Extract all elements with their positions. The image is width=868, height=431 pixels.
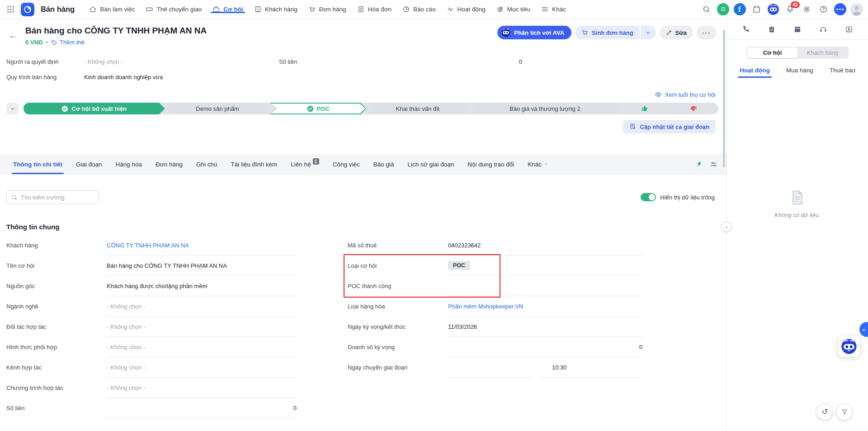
field-value[interactable]: Bán hàng cho CÔNG TY TNHH PHẠM AN NA <box>107 256 297 276</box>
customize-sliders-icon[interactable] <box>710 161 717 168</box>
facebook-icon[interactable]: f <box>733 3 746 16</box>
settings-gear-icon[interactable] <box>800 3 813 16</box>
contact-card-icon[interactable] <box>842 23 856 36</box>
show-empty-toggle[interactable] <box>641 193 656 201</box>
pin-icon[interactable] <box>695 161 703 168</box>
notifications-bell-icon[interactable]: 41 <box>783 3 797 16</box>
field-value[interactable]: - Không chọn - <box>107 357 297 378</box>
pipeline-collapse-button[interactable] <box>6 103 18 114</box>
sidebar-tab-hoat-dong[interactable]: Hoạt động <box>738 67 772 78</box>
field-value[interactable]: POC <box>448 256 642 276</box>
tab-tai-lieu-dinh-kem[interactable]: Tài liệu đính kèm <box>224 154 284 174</box>
tab-giai-doan[interactable]: Giai đoạn <box>69 154 109 174</box>
field-value[interactable] <box>448 276 642 296</box>
field-value[interactable]: Khách hàng được cho/tặng phần mềm <box>107 276 297 296</box>
field-search-input[interactable] <box>21 194 100 201</box>
date-input[interactable] <box>448 357 532 378</box>
update-row: Cập nhật tất cả giai đoạn <box>0 114 726 133</box>
sidebar-tab-mua-hang[interactable]: Mua hàng <box>784 67 815 78</box>
tab-ghi-chu[interactable]: Ghi chú <box>189 154 224 174</box>
app-logo-icon[interactable] <box>21 3 34 16</box>
tab-lich-su-giai-doan[interactable]: Lịch sử giai đoạn <box>401 154 461 174</box>
tab-cong-viec[interactable]: Công việc <box>326 154 367 174</box>
headset-icon[interactable] <box>816 23 830 36</box>
sidebar-segment-khach-hang[interactable]: Khách hàng <box>797 47 848 58</box>
pipeline-stage-poc[interactable]: POC <box>270 103 366 114</box>
field-value[interactable]: 0 <box>448 337 642 357</box>
field-value[interactable]: - Không chọn - <box>107 317 297 337</box>
search-icon[interactable] <box>699 3 713 16</box>
user-avatar[interactable] <box>850 3 863 16</box>
field-value[interactable]: - Không chọn - <box>107 378 297 398</box>
pipeline-stage-bao-gia-va-thuong-luong-2[interactable]: Báo giá và thương lượng 2 <box>469 103 621 114</box>
handbook-icon[interactable] <box>716 3 730 16</box>
time-input[interactable]: 10:30 <box>541 357 642 378</box>
nav-item-khac[interactable]: Khác <box>536 5 571 13</box>
analyze-ava-button[interactable]: Phân tích với AVA <box>497 26 571 39</box>
value-chip[interactable]: POC <box>448 261 470 270</box>
messenger-chat-icon[interactable] <box>833 3 847 16</box>
pipeline-stage-lost[interactable] <box>669 103 718 114</box>
pipeline-stage-co-hoi-bd-xuat-hien[interactable]: Cơ hội bđ xuất hiện <box>24 103 165 114</box>
update-all-stages-button[interactable]: Cập nhật tất cả giai đoạn <box>623 120 716 133</box>
panel-expand-button[interactable] <box>722 222 731 232</box>
main-scrollbar[interactable] <box>723 29 725 167</box>
clipboard-check-icon[interactable] <box>765 23 778 36</box>
phone-icon[interactable] <box>739 23 753 36</box>
nav-item-ban-lam-viec[interactable]: Bàn làm việc <box>84 5 140 13</box>
analyze-ava-label: Phân tích với AVA <box>514 29 564 36</box>
decision-maker-value[interactable]: - Không chọn - <box>84 58 271 65</box>
generate-order-button[interactable]: Sinh đơn hàng <box>575 26 640 39</box>
tab-label: Giai đoạn <box>76 161 102 168</box>
tab-lien-he[interactable]: Liên hệ1 <box>284 154 326 174</box>
sidebar-tab-thue-bao[interactable]: Thuê bao <box>828 67 857 78</box>
add-tag-button[interactable]: Thêm thẻ <box>51 39 85 46</box>
more-actions-button[interactable]: ··· <box>697 26 717 39</box>
nav-item-khach-hang[interactable]: Khách hàng <box>249 5 303 13</box>
pipeline-row: Cơ hội bđ xuất hiệnDemo sản phẩmPOCKhai … <box>0 103 726 114</box>
nav-item-don-hang[interactable]: Đơn hàng <box>303 5 352 13</box>
chevron-down-icon <box>543 161 549 167</box>
nav-item-co-hoi[interactable]: Cơ hội <box>207 5 248 13</box>
tab-thong-tin-chi-tiet[interactable]: Thông tin chi tiết <box>6 154 69 174</box>
pipeline-stage-demo-san-pham[interactable]: Demo sản phẩm <box>165 103 270 114</box>
ava-assistant-icon[interactable] <box>766 3 780 16</box>
nav-item-the-chuyen-giao[interactable]: Thẻ chuyển giao <box>140 5 207 13</box>
pipeline-stage-won[interactable] <box>621 103 669 114</box>
pipeline-stage-khai-thac-van-de[interactable]: Khai thác vấn đề <box>366 103 469 114</box>
field-value[interactable]: Phần mềm Mshopkeeper.VN <box>448 296 642 317</box>
nav-item-bao-cao[interactable]: Báo cáo <box>397 5 441 13</box>
generate-order-caret[interactable] <box>641 26 656 39</box>
filter-funnel-button[interactable] <box>836 404 852 420</box>
nav-item-muc-tieu[interactable]: Mục tiêu <box>491 5 536 13</box>
tab-don-hang[interactable]: Đơn hàng <box>149 154 189 174</box>
tab-khac[interactable]: Khác <box>521 154 556 174</box>
sidebar-segment-co-hoi[interactable]: Cơ hội <box>747 47 797 58</box>
field-value[interactable]: 0 <box>107 398 297 418</box>
view-lifespan-link[interactable]: Xem tuổi thọ cơ hội <box>655 91 716 98</box>
field-value[interactable]: - Không chọn - <box>107 296 297 317</box>
generate-order-split-button: Sinh đơn hàng <box>575 26 656 39</box>
nav-item-hoa-don[interactable]: Hóa đơn <box>352 5 397 13</box>
nav-item-hoat-dong[interactable]: Hoạt động <box>441 5 491 13</box>
undo-history-button[interactable] <box>817 404 833 420</box>
tab-label: Thông tin chi tiết <box>13 161 62 168</box>
tab-noi-dung-trao-doi[interactable]: Nội dung trao đổi <box>461 154 521 174</box>
amount-value[interactable]: 0 <box>341 58 522 65</box>
app-grid-icon[interactable] <box>4 3 17 16</box>
sales-process-value[interactable]: Kinh doanh doanh nghiệp vừa <box>84 74 271 81</box>
ava-floating-button[interactable] <box>838 336 860 357</box>
tab-hang-hoa[interactable]: Hàng hóa <box>109 154 149 174</box>
back-button[interactable]: ← <box>6 28 20 42</box>
calendar-filled-icon[interactable] <box>791 23 804 36</box>
field-value[interactable]: 11/03/2026 <box>448 317 642 337</box>
title-block: Bán hàng cho CÔNG TY TNHH PHẠM AN NA 0 V… <box>25 25 207 46</box>
field-value[interactable]: 0402323642 <box>448 235 642 256</box>
tab-bao-gia[interactable]: Báo giá <box>367 154 401 174</box>
amount-label: Số tiền <box>271 58 341 65</box>
field-value[interactable]: - Không chọn - <box>107 337 297 357</box>
help-icon[interactable] <box>816 3 830 16</box>
field-value[interactable]: CÔNG TY TNHH PHẠM AN NA <box>107 235 297 256</box>
edit-button[interactable]: Sửa <box>660 26 693 39</box>
calendar-icon[interactable] <box>750 3 763 16</box>
